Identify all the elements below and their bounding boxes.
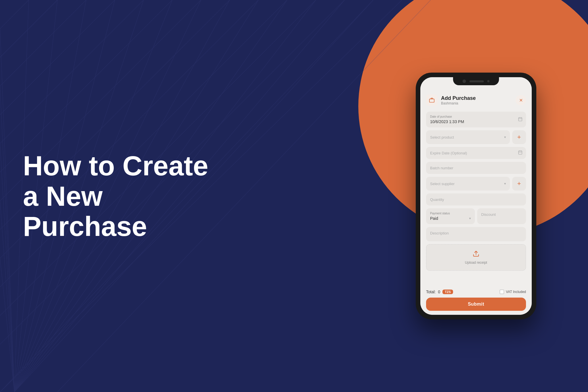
vat-row: VAT Included bbox=[500, 290, 526, 294]
chevron-down-icon-product: ▾ bbox=[504, 135, 506, 139]
total-left: Total: 0 TZS bbox=[426, 290, 453, 294]
headline: How to Create bbox=[23, 151, 224, 181]
app-footer: Total: 0 TZS VAT Included Submit bbox=[420, 287, 532, 315]
date-value: 10/6/2023 1:33 PM bbox=[430, 119, 522, 124]
header-title-block: Add Purchase Bashmania bbox=[441, 95, 476, 105]
phone-notch bbox=[453, 77, 499, 85]
svg-line-1 bbox=[0, 0, 144, 143]
phone-mockup: Add Purchase Bashmania ✕ Date of purchas… bbox=[416, 73, 536, 319]
app-subtitle: Bashmania bbox=[441, 101, 476, 105]
payment-row: Payment status Paid ▾ Discount bbox=[426, 208, 526, 224]
headline-line2: a New Purchase bbox=[23, 181, 224, 241]
speaker-bar bbox=[469, 80, 484, 82]
cart-icon bbox=[429, 97, 435, 103]
svg-rect-39 bbox=[519, 151, 522, 154]
close-icon: ✕ bbox=[519, 98, 523, 103]
quantity-field[interactable]: Quantity bbox=[426, 193, 526, 205]
app-title: Add Purchase bbox=[441, 95, 476, 101]
upload-label: Upload receipt bbox=[465, 261, 487, 265]
upload-svg bbox=[473, 250, 479, 257]
camera-dot bbox=[463, 79, 466, 83]
svg-line-29 bbox=[0, 86, 14, 392]
add-product-button[interactable]: + bbox=[512, 130, 526, 144]
vat-label: VAT Included bbox=[506, 290, 526, 294]
svg-line-28 bbox=[0, 143, 14, 392]
svg-line-12 bbox=[0, 0, 29, 29]
date-label: Date of purchase bbox=[430, 115, 522, 118]
date-field[interactable]: Date of purchase 10/6/2023 1:33 PM bbox=[426, 112, 526, 127]
app-icon bbox=[426, 94, 438, 106]
payment-status-label: Payment status bbox=[430, 212, 471, 215]
total-value: 0 bbox=[438, 290, 440, 294]
svg-line-2 bbox=[0, 0, 172, 172]
svg-line-0 bbox=[0, 0, 115, 115]
calendar-svg bbox=[518, 117, 523, 121]
svg-rect-35 bbox=[519, 117, 522, 121]
upload-icon bbox=[473, 250, 479, 259]
description-placeholder: Description bbox=[430, 231, 449, 235]
product-field[interactable]: Select product ▾ bbox=[426, 130, 510, 144]
sensor-dot bbox=[487, 80, 490, 82]
batch-number-field[interactable]: Batch number bbox=[426, 162, 526, 174]
plus-icon-product: + bbox=[517, 133, 521, 141]
chevron-down-icon-payment: ▾ bbox=[469, 216, 471, 220]
currency-badge: TZS bbox=[442, 290, 453, 294]
close-button[interactable]: ✕ bbox=[516, 95, 526, 105]
header-left: Add Purchase Bashmania bbox=[426, 94, 476, 106]
payment-status-field[interactable]: Payment status Paid ▾ bbox=[426, 208, 475, 224]
plus-icon-supplier: + bbox=[517, 180, 521, 187]
expire-date-field[interactable]: Expire Date (Optional) bbox=[426, 147, 526, 159]
app-content[interactable]: Add Purchase Bashmania ✕ Date of purchas… bbox=[420, 77, 532, 287]
phone-body: Add Purchase Bashmania ✕ Date of purchas… bbox=[416, 73, 536, 319]
description-field[interactable]: Description bbox=[426, 227, 526, 241]
svg-line-13 bbox=[0, 0, 57, 57]
svg-line-30 bbox=[0, 29, 14, 392]
svg-line-27 bbox=[0, 201, 14, 392]
svg-line-11 bbox=[0, 0, 86, 86]
calendar-icon-date bbox=[518, 117, 523, 123]
product-row: Select product ▾ + bbox=[426, 130, 526, 144]
calendar-svg-expire bbox=[518, 150, 523, 155]
total-row: Total: 0 TZS VAT Included bbox=[426, 290, 526, 294]
add-supplier-button[interactable]: + bbox=[512, 177, 526, 191]
svg-rect-34 bbox=[430, 99, 434, 102]
expire-date-placeholder: Expire Date (Optional) bbox=[430, 151, 467, 155]
batch-placeholder: Batch number bbox=[430, 166, 453, 170]
product-placeholder: Select product bbox=[430, 135, 454, 139]
discount-field[interactable]: Discount bbox=[477, 208, 526, 224]
supplier-field[interactable]: Select supplier ▾ bbox=[426, 177, 510, 191]
supplier-placeholder: Select supplier bbox=[430, 182, 454, 186]
chevron-down-icon-supplier: ▾ bbox=[504, 182, 506, 186]
payment-status-value: Paid bbox=[430, 216, 438, 221]
app-header: Add Purchase Bashmania ✕ bbox=[426, 94, 526, 106]
svg-line-26 bbox=[0, 258, 14, 392]
calendar-icon-expire bbox=[518, 150, 523, 156]
upload-receipt-area[interactable]: Upload receipt bbox=[426, 244, 526, 271]
phone-screen: Add Purchase Bashmania ✕ Date of purchas… bbox=[420, 77, 532, 315]
vat-checkbox[interactable] bbox=[500, 290, 504, 294]
total-label: Total: bbox=[426, 290, 436, 294]
quantity-placeholder: Quantity bbox=[430, 197, 444, 202]
submit-button[interactable]: Submit bbox=[426, 298, 526, 311]
discount-placeholder: Discount bbox=[481, 212, 496, 217]
hero-text: How to Create a New Purchase bbox=[23, 151, 224, 242]
supplier-row: Select supplier ▾ + bbox=[426, 177, 526, 191]
